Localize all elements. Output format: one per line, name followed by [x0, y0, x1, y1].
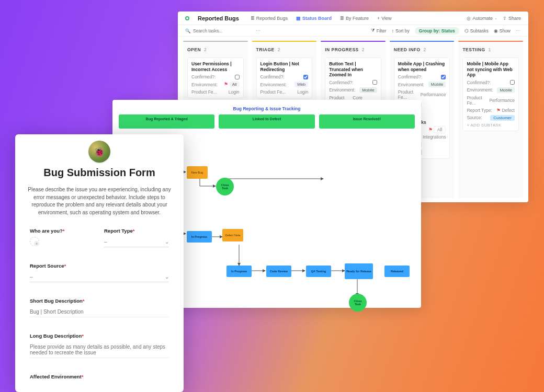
field-affected-env: Affected Environment*: [30, 363, 169, 379]
form-description: Please describe the issue you are experi…: [27, 186, 172, 216]
kanban-card[interactable]: Mobile | Mobile App not syncing with Web…: [462, 57, 519, 131]
board-toolbar: 🔍 ⋯ ⧩Filter ↕Sort by Group by: Status ⌬S…: [178, 25, 528, 37]
user-picker[interactable]: [30, 237, 95, 246]
flow-node-qa-testing[interactable]: QA Testing: [306, 266, 331, 277]
kanban-card[interactable]: Login Button | Not Redirecting Confirmed…: [256, 57, 313, 98]
tab-by-feature[interactable]: ≣ By Feature: [340, 16, 369, 21]
input-short-desc[interactable]: [30, 307, 169, 317]
tab-add-view[interactable]: + View: [377, 16, 392, 21]
label-affected-env: Affected Environment*: [30, 374, 169, 379]
show-icon: ◉: [494, 28, 498, 33]
chevron-down-icon: ⌄: [165, 239, 169, 245]
more-icon[interactable]: ⋯: [256, 28, 261, 33]
kanban-col-testing: TESTIING1 Mobile | Mobile App not syncin…: [458, 41, 523, 198]
bug-form-panel: Bug Submission Form Please describe the …: [15, 134, 184, 392]
filter-button[interactable]: ⧩Filter: [371, 28, 387, 33]
flag-icon: ⚑: [224, 82, 228, 87]
board-icon: ▦: [296, 16, 301, 21]
flow-node-in-progress[interactable]: In Progress: [187, 231, 212, 243]
flow-node-in-progress2[interactable]: In Progress: [226, 266, 252, 277]
chevron-down-icon: ⌄: [165, 274, 169, 280]
sort-icon: ↕: [392, 28, 394, 33]
form-avatar-icon: [88, 141, 110, 163]
kanban-card[interactable]: User Permissions | Incorrect Access Conf…: [187, 57, 244, 98]
flow-stage-resolved: Issue Resolved!: [319, 114, 415, 129]
flow-node-defect-note[interactable]: Defect Note: [222, 229, 243, 241]
list-icon: ≣: [251, 16, 255, 21]
share-button[interactable]: ⇪ Share: [503, 16, 521, 21]
tab-reported-bugs[interactable]: ≣ Reported Bugs: [251, 16, 288, 21]
field-report-type: Report Type* –⌄: [104, 228, 169, 247]
flow-title: Bug Reporting & Issue Tracking: [119, 106, 415, 111]
flow-node-close-top[interactable]: Close Task: [216, 178, 234, 195]
sort-button[interactable]: ↕Sort by: [392, 28, 410, 33]
board-title: Reported Bugs: [198, 15, 239, 21]
search-box[interactable]: 🔍: [185, 28, 251, 33]
flow-node-code-review[interactable]: Code Review: [266, 266, 291, 277]
label-long-desc: Long Bug Description*: [30, 333, 169, 339]
confirmed-checkbox[interactable]: [235, 75, 240, 79]
flow-node-released[interactable]: Released: [384, 266, 410, 277]
tab-status-board[interactable]: ▦ Status Board: [296, 16, 332, 21]
flow-stage-headers: Bug Reported & Triaged Linked to Defect …: [119, 114, 415, 129]
show-button[interactable]: ◉Show: [494, 28, 511, 33]
flow-stage-linked: Linked to Defect: [219, 114, 314, 129]
flow-stage-triaged: Bug Reported & Triaged: [119, 114, 214, 129]
group-by-button[interactable]: Group by: Status: [415, 27, 459, 34]
field-who-are-you: Who are you?*: [30, 228, 95, 247]
plus-icon: +: [377, 16, 380, 21]
confirmed-checkbox[interactable]: [303, 75, 308, 79]
label-who: Who are you?*: [30, 228, 95, 234]
input-long-desc[interactable]: [30, 342, 169, 358]
flow-node-new-bug[interactable]: New Bug: [187, 166, 208, 179]
status-dot-icon: [185, 16, 189, 20]
filter-icon: ⧩: [371, 28, 375, 33]
search-icon: 🔍: [185, 28, 191, 33]
flow-node-close-bottom[interactable]: Close Task: [349, 294, 367, 312]
form-title: Bug Submission Form: [30, 167, 169, 179]
add-subtask-button[interactable]: + ADD SUBTASK: [467, 123, 515, 128]
chevron-down-icon: ⌄: [494, 16, 497, 20]
confirmed-checkbox[interactable]: [372, 80, 377, 85]
more-icon[interactable]: ⋯: [516, 28, 521, 33]
field-long-desc: Long Bug Description*: [30, 322, 169, 358]
field-report-source: Report Source* –⌄: [30, 252, 169, 282]
label-report-source: Report Source*: [30, 263, 169, 269]
share-icon: ⇪: [503, 16, 507, 21]
subtasks-icon: ⌬: [464, 28, 469, 33]
automate-button[interactable]: ◎ Automate ⌄: [467, 16, 497, 21]
board-header: Reported Bugs ≣ Reported Bugs ▦ Status B…: [178, 11, 528, 25]
flag-icon: ⚑: [428, 127, 433, 132]
confirmed-checkbox[interactable]: [510, 80, 515, 85]
label-report-type: Report Type*: [104, 228, 169, 234]
flag-icon: ⚑: [496, 108, 501, 113]
select-report-type[interactable]: –⌄: [104, 237, 169, 247]
flow-node-ready-release[interactable]: Ready for Release: [345, 263, 373, 279]
search-input[interactable]: [193, 28, 251, 33]
confirmed-checkbox[interactable]: [441, 75, 446, 79]
subtasks-button[interactable]: ⌬Subtasks: [464, 28, 489, 33]
automate-icon: ◎: [467, 16, 471, 21]
select-report-source[interactable]: –⌄: [30, 272, 169, 282]
label-short-desc: Short Bug Description*: [30, 298, 169, 304]
list-icon: ≣: [340, 16, 344, 21]
field-short-desc: Short Bug Description*: [30, 287, 169, 317]
add-user-icon: [30, 237, 39, 246]
